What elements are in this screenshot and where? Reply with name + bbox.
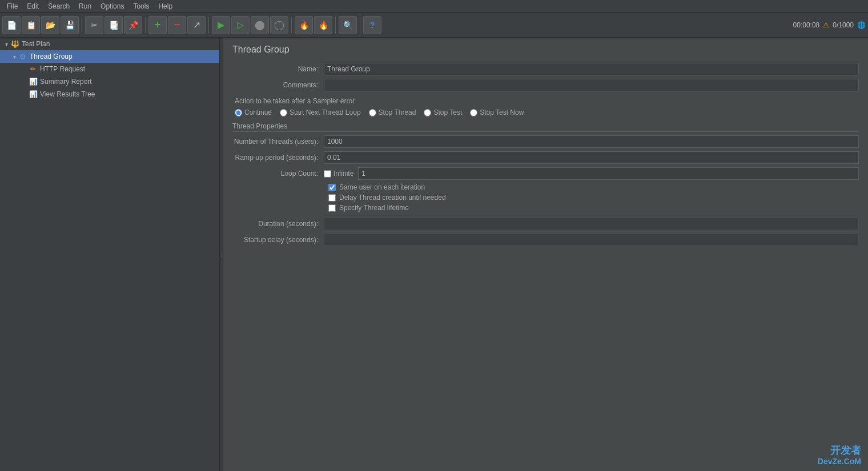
stop-button[interactable]: ⬤ [251, 16, 269, 34]
clear-all-button[interactable]: 🔥 [314, 16, 332, 34]
menu-edit[interactable]: Edit [22, 1, 43, 11]
search-button[interactable]: 🔍 [339, 16, 357, 34]
action-section-label: Action to be taken after a Sampler error [232, 97, 859, 105]
loop-infinite-group: Infinite [324, 170, 353, 178]
sidebar-item-view-results-tree[interactable]: 📊 View Results Tree [0, 88, 219, 100]
comments-row: Comments: [232, 79, 859, 91]
menubar: File Edit Search Run Options Tools Help [0, 0, 868, 13]
sep3 [208, 17, 209, 33]
toggle-test-plan[interactable]: ▾ [2, 40, 10, 48]
action-continue-radio[interactable] [235, 109, 242, 116]
loop-infinite-label: Infinite [333, 170, 353, 178]
loop-infinite-checkbox[interactable] [324, 170, 331, 178]
name-input[interactable] [324, 63, 859, 75]
thread-count: 0/1000 [833, 21, 854, 29]
clear-button[interactable]: 🔥 [295, 16, 313, 34]
test-plan-label: Test Plan [22, 40, 50, 48]
start-no-pause-button[interactable]: ▷ [231, 16, 250, 34]
paste-button[interactable]: 📌 [124, 16, 142, 34]
startup-delay-label: Startup delay (seconds): [232, 236, 324, 244]
action-start-next-label: Start Next Thread Loop [290, 108, 361, 116]
action-stop-test-label: Stop Test [433, 108, 462, 116]
expand-button[interactable]: ↗ [187, 16, 206, 34]
sep1 [82, 17, 82, 33]
content-panel: Thread Group Name: Comments: Action to b… [223, 38, 868, 471]
sep2 [145, 17, 146, 33]
test-plan-icon: 🔱 [10, 39, 19, 49]
startup-delay-row: Startup delay (seconds): [232, 234, 859, 246]
action-stop-thread-label: Stop Thread [379, 108, 416, 116]
action-stop-thread-radio[interactable] [369, 109, 376, 116]
rampup-input[interactable] [324, 151, 859, 164]
thread-group-label: Thread Group [30, 53, 73, 61]
open-button[interactable]: 📂 [41, 16, 59, 34]
toolbar-timer: 00:00:08 ⚠ 0/1000 🌐 [793, 21, 866, 29]
threads-input[interactable] [324, 135, 859, 148]
http-request-label: HTTP Request [40, 65, 85, 73]
toggle-summary [21, 78, 29, 86]
delay-thread-label[interactable]: Delay Thread creation until needed [339, 194, 446, 202]
summary-report-label: Summary Report [40, 78, 92, 86]
specify-lifetime-row: Specify Thread lifetime [326, 204, 859, 212]
menu-help[interactable]: Help [154, 1, 177, 11]
run-button[interactable]: ▶ [212, 16, 230, 34]
http-request-icon: ✏ [29, 65, 38, 74]
toggle-thread-group[interactable]: ▾ [10, 53, 18, 61]
help-button[interactable]: ? [363, 16, 381, 34]
action-stop-test-radio[interactable] [424, 109, 431, 116]
view-results-icon: 📊 [29, 90, 38, 99]
sidebar-item-summary-report[interactable]: 📊 Summary Report [0, 75, 219, 88]
action-stop-thread[interactable]: Stop Thread [369, 108, 416, 116]
action-continue-label: Continue [244, 108, 272, 116]
sep5 [335, 17, 336, 33]
duration-label: Duration (seconds): [232, 220, 324, 228]
toolbar: 📄 📋 📂 💾 ✂ 📑 📌 + − ↗ ▶ ▷ ⬤ ◯ 🔥 🔥 🔍 ? 00:0… [0, 13, 868, 38]
duration-input[interactable] [324, 218, 859, 230]
cut-button[interactable]: ✂ [85, 16, 103, 34]
action-stop-test[interactable]: Stop Test [424, 108, 462, 116]
menu-file[interactable]: File [2, 1, 22, 11]
specify-lifetime-label[interactable]: Specify Thread lifetime [339, 204, 409, 212]
menu-options[interactable]: Options [96, 1, 128, 11]
remove-button[interactable]: − [168, 16, 186, 34]
rampup-row: Ramp-up period (seconds): [232, 151, 859, 164]
action-radio-group: Continue Start Next Thread Loop Stop Thr… [232, 108, 859, 116]
timer-display: 00:00:08 [793, 21, 820, 29]
startup-delay-input[interactable] [324, 234, 859, 246]
specify-lifetime-checkbox[interactable] [328, 204, 336, 212]
action-start-next[interactable]: Start Next Thread Loop [280, 108, 361, 116]
sidebar-item-test-plan[interactable]: ▾ 🔱 Test Plan [0, 38, 219, 50]
new-button[interactable]: 📄 [2, 16, 21, 34]
templates-button[interactable]: 📋 [22, 16, 40, 34]
menu-run[interactable]: Run [74, 1, 96, 11]
main: ▾ 🔱 Test Plan ▾ ⚙ Thread Group ✏ HTTP Re… [0, 38, 868, 471]
delay-thread-checkbox[interactable] [328, 194, 336, 202]
same-user-row: Same user on each iteration [326, 183, 859, 191]
add-button[interactable]: + [148, 16, 167, 34]
action-stop-test-now-label: Stop Test Now [480, 108, 524, 116]
same-user-checkbox[interactable] [328, 184, 336, 191]
comments-input[interactable] [324, 79, 859, 91]
copy-button[interactable]: 📑 [105, 16, 123, 34]
action-continue[interactable]: Continue [235, 108, 272, 116]
loop-row: Loop Count: Infinite [232, 167, 859, 180]
toggle-http [21, 65, 29, 73]
sidebar-item-thread-group[interactable]: ▾ ⚙ Thread Group [0, 50, 219, 63]
save-button[interactable]: 💾 [61, 16, 79, 34]
shutdown-button[interactable]: ◯ [270, 16, 288, 34]
threads-row: Number of Threads (users): [232, 135, 859, 148]
threads-label: Number of Threads (users): [232, 138, 324, 146]
loop-label: Loop Count: [232, 170, 324, 178]
action-stop-test-now-radio[interactable] [470, 109, 477, 116]
menu-search[interactable]: Search [43, 1, 74, 11]
loop-input[interactable] [358, 167, 859, 180]
thread-properties-header: Thread Properties [232, 122, 859, 132]
thread-group-icon: ⚙ [18, 52, 27, 61]
rampup-label: Ramp-up period (seconds): [232, 154, 324, 162]
same-user-label[interactable]: Same user on each iteration [339, 183, 425, 191]
sidebar-item-http-request[interactable]: ✏ HTTP Request [0, 63, 219, 75]
action-stop-test-now[interactable]: Stop Test Now [470, 108, 524, 116]
duration-row: Duration (seconds): [232, 218, 859, 230]
menu-tools[interactable]: Tools [128, 1, 154, 11]
action-start-next-radio[interactable] [280, 109, 287, 116]
